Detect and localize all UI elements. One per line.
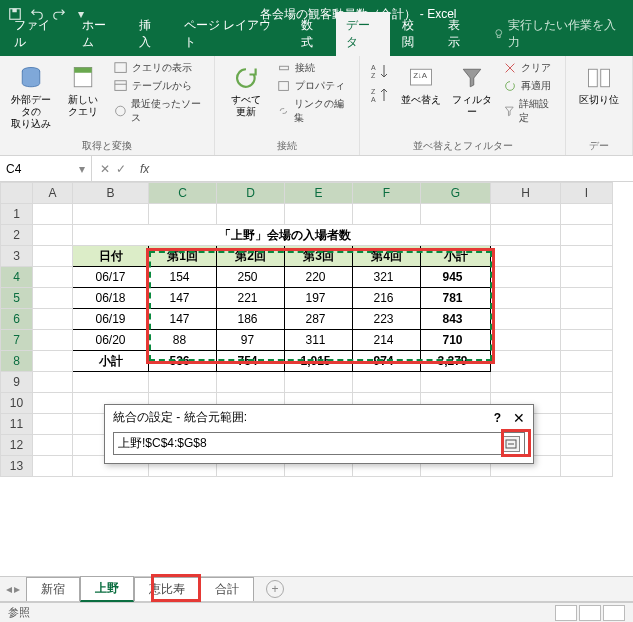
view-normal-button[interactable] (555, 605, 577, 621)
date-cell[interactable]: 06/18 (73, 288, 149, 309)
cell[interactable] (149, 372, 217, 393)
save-icon[interactable] (6, 5, 24, 23)
expand-dialog-icon[interactable] (502, 436, 520, 452)
row-header[interactable]: 6 (1, 309, 33, 330)
from-table-button[interactable]: テーブルから (112, 78, 206, 94)
dialog-range-input[interactable]: 上野!$C$4:$G$8 (113, 432, 525, 455)
header-r1[interactable]: 第1回 (149, 246, 217, 267)
data-cell[interactable]: 147 (149, 288, 217, 309)
header-date[interactable]: 日付 (73, 246, 149, 267)
cell[interactable] (33, 435, 73, 456)
edit-links-button[interactable]: リンクの編集 (275, 96, 351, 126)
cell[interactable] (33, 330, 73, 351)
cell[interactable] (491, 246, 561, 267)
col-header[interactable]: F (353, 183, 421, 204)
data-cell[interactable]: 321 (353, 267, 421, 288)
data-cell[interactable]: 97 (217, 330, 285, 351)
date-cell[interactable]: 06/17 (73, 267, 149, 288)
cell[interactable] (491, 267, 561, 288)
row-header[interactable]: 9 (1, 372, 33, 393)
total-cell[interactable]: 974 (353, 351, 421, 372)
view-layout-button[interactable] (579, 605, 601, 621)
data-cell[interactable]: 311 (285, 330, 353, 351)
total-label[interactable]: 小計 (73, 351, 149, 372)
subtotal-cell[interactable]: 843 (421, 309, 491, 330)
cell[interactable] (561, 435, 613, 456)
data-cell[interactable]: 287 (285, 309, 353, 330)
subtotal-cell[interactable]: 710 (421, 330, 491, 351)
data-cell[interactable]: 223 (353, 309, 421, 330)
external-data-button[interactable]: 外部データの 取り込み (8, 60, 54, 130)
cell[interactable] (33, 288, 73, 309)
cell[interactable] (73, 204, 149, 225)
cell[interactable] (561, 351, 613, 372)
row-header[interactable]: 11 (1, 414, 33, 435)
sheet-tab-ebisu[interactable]: 恵比寿 (134, 577, 200, 601)
sheet-nav-prev-icon[interactable]: ▸ (14, 582, 20, 596)
col-header[interactable]: C (149, 183, 217, 204)
row-header[interactable]: 8 (1, 351, 33, 372)
col-header[interactable]: A (33, 183, 73, 204)
col-header[interactable]: H (491, 183, 561, 204)
cell[interactable] (217, 204, 285, 225)
row-header[interactable]: 12 (1, 435, 33, 456)
table-title[interactable]: 「上野」会場の入場者数 (73, 225, 491, 246)
sheet-nav-first-icon[interactable]: ◂ (6, 582, 12, 596)
row-header[interactable]: 7 (1, 330, 33, 351)
total-cell[interactable]: 754 (217, 351, 285, 372)
cell[interactable] (561, 246, 613, 267)
undo-icon[interactable] (28, 5, 46, 23)
row-header[interactable]: 1 (1, 204, 33, 225)
cell[interactable] (285, 372, 353, 393)
cell[interactable] (33, 246, 73, 267)
cell[interactable] (561, 267, 613, 288)
data-cell[interactable]: 221 (217, 288, 285, 309)
redo-icon[interactable] (50, 5, 68, 23)
cell[interactable] (491, 225, 561, 246)
new-query-button[interactable]: 新しい クエリ (60, 60, 106, 118)
tab-data[interactable]: データ (336, 12, 391, 56)
sort-button[interactable]: Z↓A 並べ替え (398, 60, 443, 106)
tab-view[interactable]: 表示 (438, 12, 481, 56)
tell-me-search[interactable]: 実行したい作業を入力 (483, 12, 633, 56)
cell[interactable] (421, 372, 491, 393)
col-header[interactable]: D (217, 183, 285, 204)
cell[interactable] (561, 330, 613, 351)
add-sheet-button[interactable]: + (266, 580, 284, 598)
cell[interactable] (285, 204, 353, 225)
text-to-columns-button[interactable]: 区切り位 (574, 60, 624, 106)
tab-review[interactable]: 校閲 (392, 12, 435, 56)
data-cell[interactable]: 147 (149, 309, 217, 330)
accept-formula-icon[interactable]: ✓ (116, 162, 126, 176)
namebox-dropdown-icon[interactable]: ▾ (79, 162, 85, 176)
total-cell[interactable]: 536 (149, 351, 217, 372)
cell[interactable] (561, 372, 613, 393)
tab-insert[interactable]: 挿入 (129, 12, 172, 56)
row-header[interactable]: 2 (1, 225, 33, 246)
cell[interactable] (33, 456, 73, 477)
tab-formulas[interactable]: 数式 (291, 12, 334, 56)
cell[interactable] (33, 414, 73, 435)
cell[interactable] (33, 267, 73, 288)
qat-dropdown-icon[interactable]: ▾ (72, 5, 90, 23)
name-box[interactable]: C4 ▾ (0, 156, 92, 181)
header-r2[interactable]: 第2回 (217, 246, 285, 267)
filter-button[interactable]: フィルター (449, 60, 494, 118)
reapply-button[interactable]: 再適用 (501, 78, 557, 94)
refresh-all-button[interactable]: すべて 更新 (223, 60, 269, 118)
cancel-formula-icon[interactable]: ✕ (100, 162, 110, 176)
subtotal-cell[interactable]: 945 (421, 267, 491, 288)
dialog-close-icon[interactable]: ✕ (513, 410, 525, 426)
sheet-tab-shinjuku[interactable]: 新宿 (26, 577, 80, 601)
cell[interactable] (491, 288, 561, 309)
cell[interactable] (33, 309, 73, 330)
row-header[interactable]: 4 (1, 267, 33, 288)
total-cell[interactable]: 1,015 (285, 351, 353, 372)
cell[interactable] (561, 456, 613, 477)
cell[interactable] (561, 204, 613, 225)
fx-label[interactable]: fx (134, 162, 149, 176)
cell[interactable] (491, 351, 561, 372)
header-r4[interactable]: 第4回 (353, 246, 421, 267)
data-cell[interactable]: 154 (149, 267, 217, 288)
cell[interactable] (561, 288, 613, 309)
